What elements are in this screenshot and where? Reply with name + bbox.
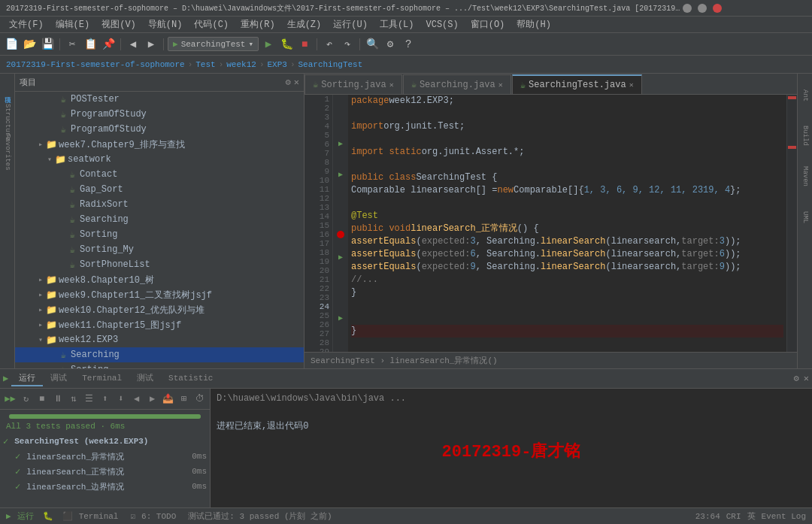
test-item-1[interactable]: ✓linearSearch_异常情况0ms xyxy=(0,449,210,464)
show-diff-btn[interactable]: ⊞ xyxy=(177,392,191,407)
sidebar-item-4[interactable]: ▾📁seatwork xyxy=(15,152,304,167)
menu-refactor[interactable]: 重构(R) xyxy=(235,17,281,32)
sidebar-item-16[interactable]: ▾📁week12.EXP3 xyxy=(15,332,304,347)
menu-build[interactable]: 生成(Z) xyxy=(281,17,328,32)
prev-fail-btn[interactable]: ◀ xyxy=(129,392,144,407)
bottom-tab-statistic[interactable]: Statistic xyxy=(161,372,220,386)
paste-btn[interactable]: 📌 xyxy=(100,36,117,53)
history-btn[interactable]: ⏱ xyxy=(192,392,207,407)
breadcrumb-exp3[interactable]: EXP3 xyxy=(267,60,286,69)
sidebar-item-0[interactable]: ☕POSTester xyxy=(15,92,304,107)
code-line-20[interactable] xyxy=(351,338,783,350)
menu-vcs[interactable]: VCS(S) xyxy=(420,18,464,32)
panel-close-icon[interactable]: ✕ xyxy=(804,373,809,384)
sidebar-item-17[interactable]: ☕Searching xyxy=(15,347,304,362)
sidebar-item-15[interactable]: ▸📁week11.Chapter15_图jsjf xyxy=(15,317,304,332)
code-line-3[interactable]: import org.junit.Test; xyxy=(351,120,783,133)
code-line-1[interactable]: package week12.EXP3; xyxy=(351,95,783,108)
sidebar-item-5[interactable]: ☕Contact xyxy=(15,167,304,182)
bottom-tab-test[interactable]: 测试 xyxy=(129,371,161,386)
menu-window[interactable]: 窗口(O) xyxy=(465,17,511,32)
menu-view[interactable]: 视图(V) xyxy=(95,17,142,32)
code-line-19[interactable]: } xyxy=(351,325,783,338)
todo-icon[interactable]: ☑ xyxy=(130,511,135,521)
breadcrumb-test[interactable]: Test xyxy=(195,60,215,69)
debug-btn[interactable]: 🐛 xyxy=(278,36,295,53)
run-config-dropdown[interactable]: ▶ SearchingTest ▾ xyxy=(168,37,259,51)
sidebar-settings-icon[interactable]: ⚙ xyxy=(286,77,291,88)
code-line-9[interactable] xyxy=(351,197,783,210)
debug-status-icon[interactable]: 🐛 xyxy=(43,511,53,521)
run-gutter-icon-11[interactable]: ▶ xyxy=(338,170,343,179)
pause-btn[interactable]: ⏸ xyxy=(50,392,65,407)
code-line-13[interactable]: assertEquals(expected: 6, Searching.line… xyxy=(351,248,783,261)
run-gutter-icon-7[interactable]: ▶ xyxy=(338,139,343,148)
structure-panel-btn[interactable]: Structure xyxy=(2,107,14,137)
sidebar-item-6[interactable]: ☕Gap_Sort xyxy=(15,182,304,197)
settings-btn[interactable]: ⚙ xyxy=(382,36,398,53)
code-line-15[interactable]: //... xyxy=(351,274,783,286)
sidebar-item-2[interactable]: ☕ProgramOfStudy xyxy=(15,122,304,137)
code-line-7[interactable]: public class SearchingTest { xyxy=(351,171,783,184)
event-log-label[interactable]: Event Log xyxy=(762,512,806,521)
sidebar-item-3[interactable]: ▸📁week7.Chapter9_排序与查找 xyxy=(15,137,304,152)
run-status-icon[interactable]: ▶ xyxy=(6,511,11,521)
code-line-6[interactable] xyxy=(351,159,783,171)
new-btn[interactable]: 📄 xyxy=(3,36,20,53)
menu-edit[interactable]: 编辑(E) xyxy=(50,17,96,32)
error-marker2[interactable] xyxy=(788,146,796,149)
run-gutter-icon-30[interactable]: ▶ xyxy=(338,313,343,323)
sorting-tab-close[interactable]: ✕ xyxy=(389,80,394,89)
rerun-btn[interactable]: ▶▶ xyxy=(3,392,17,407)
run-status-label[interactable]: 运行 xyxy=(17,510,34,522)
code-line-18[interactable] xyxy=(351,312,783,325)
bottom-tab-terminal[interactable]: Terminal xyxy=(74,372,129,386)
maven-btn[interactable]: Maven xyxy=(799,158,811,195)
terminal-status-icon[interactable]: ⬛ xyxy=(62,511,73,521)
menu-run[interactable]: 运行(U) xyxy=(327,17,374,32)
menu-navigate[interactable]: 导航(N) xyxy=(142,17,189,32)
code-line-2[interactable] xyxy=(351,108,783,120)
sidebar-item-10[interactable]: ☕Sorting_My xyxy=(15,242,304,257)
menu-file[interactable]: 文件(F) xyxy=(3,17,50,32)
code-line-16[interactable]: } xyxy=(351,286,783,299)
breadcrumb-root[interactable]: 20172319-First-semester-of-sophomore xyxy=(6,60,185,69)
run-play-icon[interactable]: ▶ xyxy=(3,373,8,384)
terminal-status-label[interactable]: Terminal xyxy=(79,512,119,521)
redo-btn[interactable]: ↷ xyxy=(339,36,356,53)
export-btn[interactable]: 📤 xyxy=(161,392,175,407)
code-line-5[interactable]: import static org.junit.Assert.*; xyxy=(351,146,783,159)
error-marker[interactable] xyxy=(788,96,796,99)
cut-btn[interactable]: ✂ xyxy=(64,36,80,53)
searchingtest-tab-close[interactable]: ✕ xyxy=(629,80,634,89)
minimize-btn[interactable] xyxy=(683,4,692,13)
code-content[interactable]: package week12.EXP3;import org.junit.Tes… xyxy=(348,95,786,352)
bottom-tab-run[interactable]: 运行 xyxy=(11,371,43,386)
code-editor[interactable]: 1234567891011121314151617181920212223242… xyxy=(304,95,797,352)
code-line-12[interactable]: assertEquals(expected: 3, Searching.line… xyxy=(351,235,783,248)
code-line-10[interactable]: @Test xyxy=(351,210,783,223)
maximize-btn[interactable] xyxy=(698,4,707,13)
console-output[interactable]: D:\huawei\windows\Java\bin\java ... 进程已结… xyxy=(211,389,812,507)
build-btn[interactable]: Build xyxy=(799,117,811,155)
menu-code[interactable]: 代码(C) xyxy=(188,17,235,32)
sidebar-item-13[interactable]: ▸📁week9.Chapter11_二叉查找树jsjf xyxy=(15,287,304,302)
sidebar-item-12[interactable]: ▸📁week8.Chapter10_树 xyxy=(15,272,304,287)
uml-btn[interactable]: UML xyxy=(799,198,811,236)
todo-label[interactable]: 6: TODO xyxy=(141,512,176,521)
test-item-2[interactable]: ✓linearSearch_正常情况0ms xyxy=(0,464,210,479)
copy-btn[interactable]: 📋 xyxy=(82,36,98,53)
favorites-panel-btn[interactable]: Favorites xyxy=(2,137,14,167)
sidebar-item-14[interactable]: ▸📁week10.Chapter12_优先队列与堆 xyxy=(15,302,304,317)
sort-btn[interactable]: ⇅ xyxy=(66,392,80,407)
next-fail-btn[interactable]: ▶ xyxy=(145,392,159,407)
tab-searchingtest[interactable]: ☕ SearchingTest.java ✕ xyxy=(512,74,642,94)
breadcrumb-week12[interactable]: week12 xyxy=(226,60,256,69)
forward-btn[interactable]: ▶ xyxy=(143,36,159,53)
test-item-0[interactable]: ✓SearchingTest (week12.EXP3) xyxy=(0,434,210,449)
sidebar-item-18[interactable]: ☕Sorting xyxy=(15,362,304,368)
menu-tools[interactable]: 工具(L) xyxy=(374,17,420,32)
stop-run-btn[interactable]: ■ xyxy=(35,392,49,407)
expand-btn[interactable]: ⬆ xyxy=(98,392,112,407)
stop-btn[interactable]: ■ xyxy=(296,36,313,53)
